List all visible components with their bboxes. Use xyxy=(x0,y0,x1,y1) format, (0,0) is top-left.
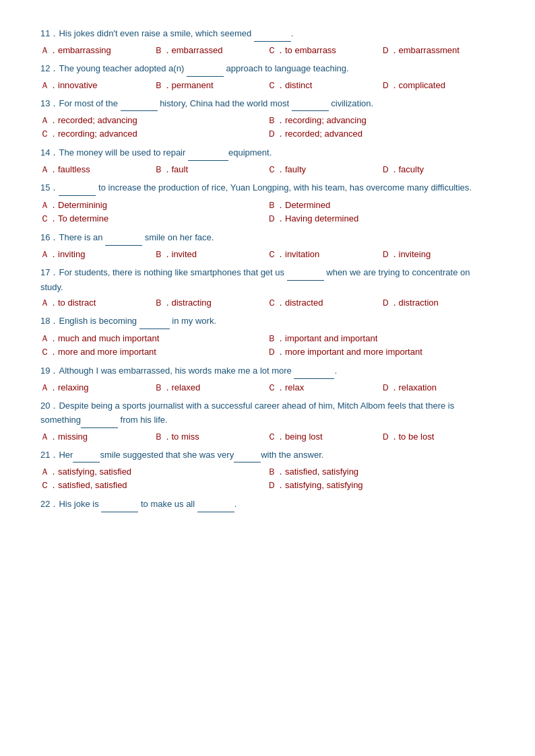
q11-text: 11．His jokes didn't even raise a smile, … xyxy=(40,27,495,42)
q21-text: 21．Her smile suggested that she was very… xyxy=(40,448,495,463)
q15-options: Ａ．Determininig Ｂ．Determined Ｃ．To determi… xyxy=(40,199,495,226)
q17-opt-a: Ａ．to distract xyxy=(40,297,154,309)
q15-text: 15． to increase the production of rice, … xyxy=(40,181,495,196)
question-15: 15． to increase the production of rice, … xyxy=(40,181,495,226)
q18-opt-b: Ｂ．important and important xyxy=(268,332,495,345)
q11-opt-c: Ｃ．to embarrass xyxy=(268,44,381,57)
q12-text: 12．The young teacher adopted a(n) approa… xyxy=(40,62,495,77)
question-21: 21．Her smile suggested that she was very… xyxy=(40,448,495,493)
question-22: 22．His joke is to make us all . xyxy=(40,497,495,512)
q16-opt-a: Ａ．inviting xyxy=(40,248,154,261)
q14-text: 14．The money will be used to repair equi… xyxy=(40,146,495,161)
q14-opt-b: Ｂ．fault xyxy=(154,164,268,176)
question-12: 12．The young teacher adopted a(n) approa… xyxy=(40,62,495,92)
question-17: 17．For students, there is nothing like s… xyxy=(40,266,495,310)
q18-opt-c: Ｃ．more and more important xyxy=(40,345,268,359)
q11-opt-d: Ｄ．embarrassment xyxy=(381,44,495,57)
q14-opt-a: Ａ．faultless xyxy=(40,164,154,176)
q21-options: Ａ．satisfying, satisfied Ｂ．satisfied, sat… xyxy=(40,465,495,492)
q14-options: Ａ．faultless Ｂ．fault Ｃ．faulty Ｄ．faculty xyxy=(40,164,495,176)
q20-options: Ａ．missing Ｂ．to miss Ｃ．being lost Ｄ．to be… xyxy=(40,431,495,443)
q15-opt-c: Ｃ．To determine xyxy=(40,212,268,226)
question-20: 20．Despite being a sports journalist wit… xyxy=(40,399,495,443)
q17-opt-c: Ｃ．distracted xyxy=(268,297,381,309)
q16-opt-c: Ｃ．invitation xyxy=(268,248,381,261)
q16-opt-b: Ｂ．invited xyxy=(154,248,268,261)
q13-opt-b: Ｂ．recording; advancing xyxy=(268,114,495,127)
q20-opt-d: Ｄ．to be lost xyxy=(381,431,495,443)
q18-text: 18．English is becoming in my work. xyxy=(40,314,495,329)
q13-opt-c: Ｃ．recording; advanced xyxy=(40,127,268,141)
q22-text: 22．His joke is to make us all . xyxy=(40,497,495,512)
q16-options: Ａ．inviting Ｂ．invited Ｃ．invitation Ｄ．invi… xyxy=(40,248,495,261)
q13-opt-d: Ｄ．recorded; advanced xyxy=(268,127,495,141)
q17-opt-b: Ｂ．distracting xyxy=(154,297,268,309)
q13-text: 13．For most of the history, China had th… xyxy=(40,97,495,112)
question-14: 14．The money will be used to repair equi… xyxy=(40,146,495,176)
q17-text: 17．For students, there is nothing like s… xyxy=(40,266,495,295)
q16-opt-d: Ｄ．inviteing xyxy=(381,248,495,261)
q15-opt-a: Ａ．Determininig xyxy=(40,199,268,212)
q20-text: 20．Despite being a sports journalist wit… xyxy=(40,399,495,428)
q19-options: Ａ．relaxing Ｂ．relaxed Ｃ．relax Ｄ．relaxatio… xyxy=(40,382,495,394)
question-13: 13．For most of the history, China had th… xyxy=(40,97,495,141)
q13-options: Ａ．recorded; advancing Ｂ．recording; advan… xyxy=(40,114,495,141)
q19-opt-c: Ｃ．relax xyxy=(268,382,381,394)
q19-opt-d: Ｄ．relaxation xyxy=(381,382,495,394)
question-18: 18．English is becoming in my work. Ａ．muc… xyxy=(40,314,495,359)
q15-opt-d: Ｄ．Having determined xyxy=(268,212,495,226)
q20-opt-c: Ｃ．being lost xyxy=(268,431,381,443)
question-19: 19．Although I was embarrassed, his words… xyxy=(40,364,495,394)
q19-opt-a: Ａ．relaxing xyxy=(40,382,154,394)
q17-opt-d: Ｄ．distraction xyxy=(381,297,495,309)
q19-opt-b: Ｂ．relaxed xyxy=(154,382,268,394)
question-16: 16．There is an smile on her face. Ａ．invi… xyxy=(40,231,495,261)
q14-opt-d: Ｄ．faculty xyxy=(381,164,495,176)
q17-options: Ａ．to distract Ｂ．distracting Ｃ．distracted… xyxy=(40,297,495,309)
q12-opt-b: Ｂ．permanent xyxy=(154,79,268,92)
q20-opt-b: Ｂ．to miss xyxy=(154,431,268,443)
q21-opt-b: Ｂ．satisfied, satisfying xyxy=(268,465,495,479)
q21-opt-a: Ａ．satisfying, satisfied xyxy=(40,465,268,479)
question-11: 11．His jokes didn't even raise a smile, … xyxy=(40,27,495,57)
q20-opt-a: Ａ．missing xyxy=(40,431,154,443)
q12-options: Ａ．innovative Ｂ．permanent Ｃ．distinct Ｄ．co… xyxy=(40,79,495,92)
q12-opt-d: Ｄ．complicated xyxy=(381,79,495,92)
q18-opt-d: Ｄ．more important and more important xyxy=(268,345,495,359)
q15-opt-b: Ｂ．Determined xyxy=(268,199,495,212)
q11-options: Ａ．embarrassing Ｂ．embarrassed Ｃ．to embarr… xyxy=(40,44,495,57)
worksheet: 11．His jokes didn't even raise a smile, … xyxy=(40,27,495,512)
q12-opt-a: Ａ．innovative xyxy=(40,79,154,92)
q14-opt-c: Ｃ．faulty xyxy=(268,164,381,176)
q18-opt-a: Ａ．much and much important xyxy=(40,332,268,345)
q11-opt-b: Ｂ．embarrassed xyxy=(154,44,268,57)
q13-opt-a: Ａ．recorded; advancing xyxy=(40,114,268,127)
q16-text: 16．There is an smile on her face. xyxy=(40,231,495,246)
q21-opt-d: Ｄ．satisfying, satisfying xyxy=(268,479,495,492)
q19-text: 19．Although I was embarrassed, his words… xyxy=(40,364,495,379)
q11-opt-a: Ａ．embarrassing xyxy=(40,44,154,57)
q18-options: Ａ．much and much important Ｂ．important an… xyxy=(40,332,495,359)
q12-opt-c: Ｃ．distinct xyxy=(268,79,381,92)
q21-opt-c: Ｃ．satisfied, satisfied xyxy=(40,479,268,492)
